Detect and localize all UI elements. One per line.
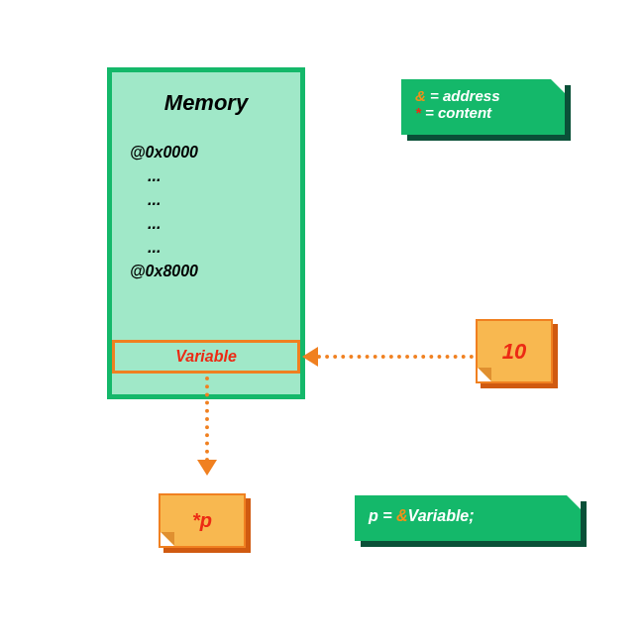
pointer-deref-body: *p	[159, 493, 246, 548]
legend-card: & = address * = content	[401, 79, 565, 135]
memory-title: Memory	[112, 90, 300, 116]
pointer-deref-card: *p	[159, 493, 246, 548]
code-lhs: p =	[369, 507, 396, 524]
arrow-value-to-variable-line	[317, 355, 474, 359]
legend-amp-symbol: &	[415, 87, 426, 104]
memory-ellipsis: ...	[148, 239, 300, 257]
fold-corner-icon	[161, 532, 174, 546]
legend-card-body: & = address * = content	[401, 79, 565, 135]
pointer-deref-text: *p	[192, 509, 212, 532]
code-amp-symbol: &	[396, 507, 408, 524]
memory-variable-slot: Variable	[112, 340, 300, 374]
value-text: 10	[502, 339, 526, 365]
arrow-down-icon	[197, 460, 217, 476]
code-card-body: p = &Variable;	[355, 495, 581, 541]
fold-corner-icon	[478, 368, 491, 381]
memory-ellipsis: ...	[148, 167, 300, 185]
legend-line-address: & = address	[415, 87, 551, 104]
arrow-variable-to-pointer-line	[205, 376, 209, 462]
value-card: 10	[476, 319, 553, 383]
value-card-body: 10	[476, 319, 553, 383]
memory-address-variable: @0x8000	[130, 263, 300, 280]
memory-ellipsis: ...	[148, 191, 300, 209]
fold-corner-icon	[551, 79, 565, 93]
arrow-left-icon	[302, 347, 318, 367]
legend-line-content: * = content	[415, 104, 551, 121]
fold-corner-icon	[567, 495, 581, 509]
memory-ellipsis: ...	[148, 215, 300, 233]
code-rhs: Variable;	[408, 507, 475, 524]
code-card: p = &Variable;	[355, 495, 581, 541]
legend-amp-meaning: = address	[426, 87, 500, 104]
memory-address-start: @0x0000	[130, 144, 300, 161]
legend-star-meaning: = content	[421, 104, 491, 121]
